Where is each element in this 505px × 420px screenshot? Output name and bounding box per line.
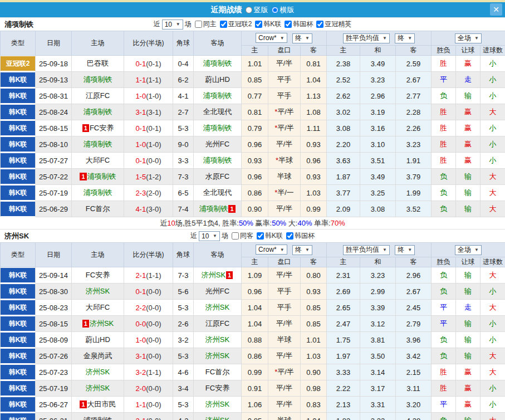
handicap-result: 输: [456, 413, 481, 420]
record-summary: 近10场,胜5平1负4, 胜率:50% 赢率:50% 大:40% 单率:70%: [0, 217, 505, 229]
dialog-title: 近期战绩: [211, 5, 242, 15]
home-team: 浦项制铁: [72, 136, 124, 153]
handicap-line: *半球: [268, 153, 301, 169]
away-team-name: 浦项制铁: [203, 91, 232, 100]
handicap-line: 半球: [268, 169, 301, 185]
home-team-name: 济州SK: [86, 368, 110, 376]
col-ah-result: 让球: [456, 257, 481, 267]
handicap-result: 输: [456, 267, 481, 284]
odds-avg-select[interactable]: 胜平负均值 ▼: [343, 245, 390, 255]
col-corner: 角球: [173, 243, 194, 267]
scope-select[interactable]: 全场 ▼: [455, 245, 482, 255]
bookmaker-stage-select[interactable]: 终 ▼: [292, 33, 312, 43]
horizontal-radio[interactable]: [272, 7, 278, 13]
home-team-name: 浦项制铁: [87, 172, 116, 180]
recent-count-select[interactable]: 10 ▼: [162, 19, 183, 30]
league-checkbox[interactable]: [255, 21, 262, 28]
league-filter[interactable]: 韩K联: [257, 231, 283, 241]
lose-odds: 2.15: [396, 364, 432, 380]
away-team: 水原FC: [194, 169, 242, 185]
home-team: 浦项制铁: [72, 104, 124, 120]
filter-bar: 近 10 ▼ 场 同客 韩K联 韩国杯: [190, 231, 315, 241]
handicap-away-odds: 0.83: [301, 397, 327, 413]
close-button[interactable]: ✕: [490, 3, 502, 16]
lose-odds: 2.28: [396, 104, 432, 120]
same-venue-filter[interactable]: 同主: [195, 19, 217, 29]
match-date: 25-08-23: [36, 300, 72, 316]
home-team: 浦项制铁: [72, 72, 124, 88]
bookmaker-select[interactable]: Crow* ▼: [256, 33, 287, 43]
lose-odds: 3.79: [396, 169, 432, 185]
goals-result: 小: [481, 72, 505, 88]
league-filter[interactable]: 亚冠精英: [316, 19, 351, 29]
col-score: 比分(半场): [124, 31, 173, 56]
layout-radio-horizontal[interactable]: 横版: [272, 5, 295, 15]
match-date: 25-09-13: [36, 72, 72, 88]
league-filter[interactable]: 亚冠联2: [220, 19, 252, 29]
league-type-cell: 韩K联: [1, 364, 36, 380]
same-venue-checkbox[interactable]: [232, 232, 239, 240]
match-date: 25-08-10: [36, 136, 72, 153]
vertical-radio[interactable]: [246, 7, 252, 13]
layout-radio-vertical[interactable]: 竖版: [246, 5, 268, 15]
league-badge: 韩K联: [1, 169, 35, 184]
league-filter[interactable]: 韩K联: [255, 19, 281, 29]
fulltime-score: 1-0: [135, 336, 146, 344]
handicap-home-odds: 0.86: [242, 185, 268, 201]
handicap-away-odds: 1.03: [301, 185, 327, 201]
home-team: 济州SK: [72, 364, 124, 380]
chevron-down-icon: ▼: [383, 36, 387, 41]
handicap-away-odds: 1.11: [301, 120, 327, 136]
matches-table-jeju: 类型 日期 主场 比分(半场) 角球 客场 Crow* ▼ 终 ▼: [0, 242, 505, 420]
score-cell: 0-0(0-0): [124, 316, 173, 332]
match-row: 韩K联 25-07-27 大邱FC 0-1(0-0) 3-3 浦项制铁 0.93…: [1, 153, 505, 169]
odds-stage-select[interactable]: 终 ▼: [395, 245, 415, 255]
score-cell: 2-1(1-1): [124, 267, 173, 284]
col-goals: 进球数: [481, 257, 505, 267]
home-team: 1浦项制铁: [72, 169, 124, 185]
handicap-line: *平/半: [268, 104, 301, 120]
away-team: 全北现代: [194, 185, 242, 201]
odds-avg-select[interactable]: 胜平负均值 ▼: [343, 33, 390, 43]
draw-odds: 3.23: [360, 267, 396, 284]
league-filter[interactable]: 韩国杯: [286, 231, 315, 241]
handicap-line: 平手: [268, 300, 301, 316]
recent-count-select[interactable]: 10 ▼: [199, 231, 220, 241]
away-team: 济州SK: [194, 348, 242, 364]
handicap-line-text: 半球: [278, 156, 293, 164]
home-team: 巴吞联: [72, 56, 124, 72]
goals-result: 大: [481, 169, 505, 185]
same-venue-filter[interactable]: 同客: [232, 231, 253, 241]
goals-result: 小: [481, 120, 505, 136]
league-checkbox[interactable]: [285, 21, 292, 28]
bookmaker-select[interactable]: Crow* ▼: [256, 245, 287, 255]
away-team: 全北现代: [194, 104, 242, 120]
away-team-name: 浦项制铁: [203, 156, 232, 164]
corner-score: 3-2: [173, 332, 194, 348]
same-venue-checkbox[interactable]: [195, 21, 202, 28]
summary-segment: 近: [160, 219, 167, 227]
league-checkbox[interactable]: [316, 21, 323, 28]
league-type-cell: 韩K联: [1, 332, 36, 348]
recent-label: 近: [154, 19, 160, 29]
league-checkbox[interactable]: [257, 232, 264, 240]
league-checkbox[interactable]: [286, 232, 293, 240]
match-date: 25-08-15: [36, 316, 72, 332]
home-team: 蔚山HD: [72, 332, 124, 348]
handicap-away-odds: 0.99: [301, 201, 327, 217]
away-team-name: 济州SK: [202, 271, 225, 279]
odds-stage-select[interactable]: 终 ▼: [395, 33, 415, 43]
horizontal-radio-label: 横版: [280, 5, 295, 15]
away-team: 济州SK: [194, 300, 242, 316]
league-filter[interactable]: 韩国杯: [285, 19, 313, 29]
match-result: 平: [432, 72, 456, 88]
scope-select[interactable]: 全场 ▼: [455, 33, 482, 43]
home-team-name: 巴吞联: [87, 59, 109, 67]
league-checkbox[interactable]: [220, 21, 227, 28]
league-type-cell: 韩K联: [1, 397, 36, 413]
bookmaker-stage-select[interactable]: 终 ▼: [292, 245, 312, 255]
handicap-home-odds: 0.91: [242, 380, 268, 397]
lose-odds: 1.99: [396, 185, 432, 201]
away-team: 蔚山HD: [194, 72, 242, 88]
league-type-cell: 韩K联: [1, 88, 36, 104]
